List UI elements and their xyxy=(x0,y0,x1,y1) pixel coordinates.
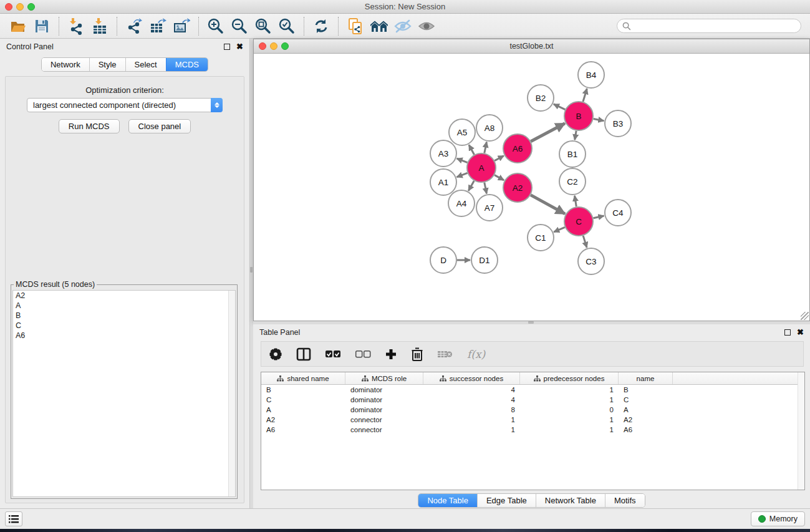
network-canvas[interactable]: AA1A2A3A4A5A6A7A8BB1B2B3B4CC1C2C3C4DD1 xyxy=(254,54,809,321)
graph-edge-C-C1[interactable] xyxy=(554,227,565,232)
graph-edge-C-C2[interactable] xyxy=(575,196,577,207)
graph-edge-C-C3[interactable] xyxy=(583,236,587,248)
cell-mcds_role[interactable]: connector xyxy=(345,426,423,433)
hide-selected-icon[interactable] xyxy=(392,16,413,36)
refresh-icon[interactable] xyxy=(311,16,332,36)
table-row[interactable]: A6connector11A6 xyxy=(261,425,804,435)
memory-button[interactable]: Memory xyxy=(751,511,805,526)
home-icon[interactable] xyxy=(369,16,390,36)
float-panel-icon[interactable] xyxy=(224,44,230,50)
cell-successor[interactable]: 4 xyxy=(423,386,520,394)
cell-successor[interactable]: 1 xyxy=(423,426,520,433)
cell-successor[interactable]: 1 xyxy=(423,416,520,423)
table-row[interactable]: Bdominator41B xyxy=(261,385,804,395)
graph-edge-A-A5[interactable] xyxy=(469,145,475,155)
cell-mcds_role[interactable]: dominator xyxy=(345,406,423,414)
result-list-scrollbar[interactable] xyxy=(228,291,235,496)
import-network-icon[interactable] xyxy=(65,16,87,36)
task-history-button[interactable] xyxy=(5,511,22,526)
function-builder-icon[interactable]: f(x) xyxy=(467,348,485,360)
graph-edge-B-B4[interactable] xyxy=(583,89,587,102)
cell-name[interactable]: A2 xyxy=(619,416,673,423)
export-image-icon[interactable] xyxy=(171,16,192,36)
column-selector-icon[interactable] xyxy=(296,347,311,361)
result-list-item[interactable]: C xyxy=(13,321,235,331)
column-header-name[interactable]: name xyxy=(619,372,673,384)
cell-successor[interactable]: 8 xyxy=(423,406,520,414)
cell-name[interactable]: A6 xyxy=(619,426,673,433)
cell-shared_name[interactable]: A6 xyxy=(261,426,345,433)
network-window-titlebar[interactable]: testGlobe.txt xyxy=(254,39,809,54)
open-session-icon[interactable] xyxy=(7,16,29,36)
import-table-icon[interactable] xyxy=(89,16,110,36)
graph-edge-B-B3[interactable] xyxy=(594,118,604,120)
delete-table-icon[interactable] xyxy=(437,349,453,359)
graph-edge-A-A1[interactable] xyxy=(457,173,468,177)
cell-name[interactable]: A xyxy=(619,406,673,414)
select-all-icon[interactable] xyxy=(325,350,341,359)
export-table-icon[interactable] xyxy=(147,16,168,36)
cell-successor[interactable]: 4 xyxy=(423,396,520,404)
zoom-out-icon[interactable] xyxy=(229,16,250,36)
cell-predecessor[interactable]: 1 xyxy=(520,396,619,404)
table-tab-node-table[interactable]: Node Table xyxy=(418,494,477,507)
cell-mcds_role[interactable]: dominator xyxy=(345,396,423,404)
table-row[interactable]: A2connector11A2 xyxy=(261,415,804,425)
deselect-all-icon[interactable] xyxy=(355,350,371,359)
close-table-panel-icon[interactable]: ✖ xyxy=(797,329,804,336)
gear-icon[interactable] xyxy=(269,347,282,361)
graph-edge-A2-C[interactable] xyxy=(531,195,565,214)
export-network-icon[interactable] xyxy=(123,16,145,36)
tab-style[interactable]: Style xyxy=(89,58,125,71)
show-all-icon[interactable] xyxy=(416,16,437,36)
node-table[interactable]: shared nameMCDS rolesuccessor nodesprede… xyxy=(261,372,805,490)
graph-edge-C-C4[interactable] xyxy=(593,216,604,218)
table-tab-motifs[interactable]: Motifs xyxy=(605,494,645,507)
graph-edge-A-A3[interactable] xyxy=(457,158,468,162)
graph-edge-B-B1[interactable] xyxy=(575,131,576,140)
mcds-result-list[interactable]: A2ABCA6 xyxy=(12,290,236,497)
graph-edge-A-A4[interactable] xyxy=(468,181,474,191)
table-scrollbar[interactable] xyxy=(798,372,804,490)
tab-mcds[interactable]: MCDS xyxy=(166,58,208,71)
cell-shared_name[interactable]: A2 xyxy=(261,416,345,423)
result-list-item[interactable]: A xyxy=(13,301,235,311)
zoom-in-icon[interactable] xyxy=(205,16,226,36)
cell-shared_name[interactable]: C xyxy=(261,396,345,404)
close-panel-button[interactable]: Close panel xyxy=(128,119,191,133)
cell-name[interactable]: C xyxy=(619,396,673,404)
criterion-select[interactable]: largest connected component (directed) xyxy=(27,98,223,112)
tab-select[interactable]: Select xyxy=(125,58,166,71)
result-list-item[interactable]: A2 xyxy=(13,291,235,301)
search-box[interactable] xyxy=(617,19,801,33)
result-list-item[interactable]: B xyxy=(13,311,235,321)
zoom-fit-icon[interactable] xyxy=(253,16,274,36)
graph-edge-A-A2[interactable] xyxy=(494,175,504,180)
new-network-from-selection-icon[interactable] xyxy=(345,16,366,36)
tab-network[interactable]: Network xyxy=(42,58,89,71)
result-list-item[interactable]: A6 xyxy=(13,331,235,341)
cell-predecessor[interactable]: 0 xyxy=(520,406,619,414)
cell-mcds_role[interactable]: dominator xyxy=(345,386,423,394)
delete-column-icon[interactable] xyxy=(411,347,423,361)
add-column-icon[interactable] xyxy=(385,348,397,360)
graph-edge-A-A6[interactable] xyxy=(494,156,504,161)
table-tab-edge-table[interactable]: Edge Table xyxy=(477,494,536,507)
float-table-panel-icon[interactable] xyxy=(784,329,791,336)
graph-edge-A-A8[interactable] xyxy=(485,142,487,153)
graph-edge-A6-B[interactable] xyxy=(531,123,565,142)
graph-edge-B-B2[interactable] xyxy=(554,104,566,110)
column-header-predecessor[interactable]: predecessor nodes xyxy=(520,372,619,384)
table-tab-network-table[interactable]: Network Table xyxy=(536,494,605,507)
window-resize-grip[interactable] xyxy=(801,312,809,320)
cell-mcds_role[interactable]: connector xyxy=(345,416,423,423)
run-mcds-button[interactable]: Run MCDS xyxy=(59,119,120,133)
column-header-shared_name[interactable]: shared name xyxy=(261,372,345,384)
column-header-successor[interactable]: successor nodes xyxy=(423,372,520,384)
cell-shared_name[interactable]: A xyxy=(261,406,345,414)
cell-predecessor[interactable]: 1 xyxy=(520,386,619,394)
column-header-mcds_role[interactable]: MCDS role xyxy=(345,372,423,384)
table-row[interactable]: Adominator80A xyxy=(261,405,804,415)
search-input[interactable] xyxy=(634,22,801,31)
cell-name[interactable]: B xyxy=(619,386,673,394)
